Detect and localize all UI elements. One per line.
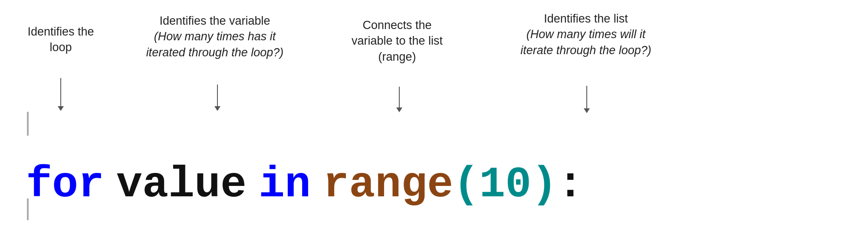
- in-arrow-shaft: [399, 87, 400, 107]
- code-line: for value in range (10) :: [26, 160, 583, 209]
- in-arrowhead: [396, 107, 402, 112]
- range-args: (10): [453, 160, 557, 209]
- for-label: Identifies the loop: [22, 24, 100, 55]
- range-label: Identifies the list(How many times will …: [495, 11, 677, 58]
- main-diagram: Identifies the loop Identifies the varia…: [0, 0, 868, 244]
- for-arrow: [58, 78, 64, 111]
- range-arrow-shaft: [586, 86, 587, 108]
- value-arrow-shaft: [217, 85, 218, 106]
- range-arrowhead: [584, 108, 590, 113]
- cursor-line-bottom: [27, 198, 29, 220]
- value-arrow: [214, 85, 220, 111]
- in-keyword: in: [259, 160, 311, 209]
- value-identifier: value: [116, 160, 247, 209]
- for-keyword: for: [26, 160, 104, 209]
- in-arrow: [396, 87, 402, 112]
- value-label: Identifies the variable(How many times h…: [139, 13, 291, 60]
- range-arrow: [584, 86, 590, 113]
- range-function: range: [323, 160, 453, 209]
- for-arrowhead: [58, 106, 64, 111]
- cursor-line-top: [27, 112, 29, 136]
- value-arrowhead: [214, 106, 220, 111]
- in-label: Connects thevariable to the list(range): [339, 17, 456, 65]
- for-arrow-shaft: [60, 78, 61, 106]
- colon-symbol: :: [557, 160, 583, 209]
